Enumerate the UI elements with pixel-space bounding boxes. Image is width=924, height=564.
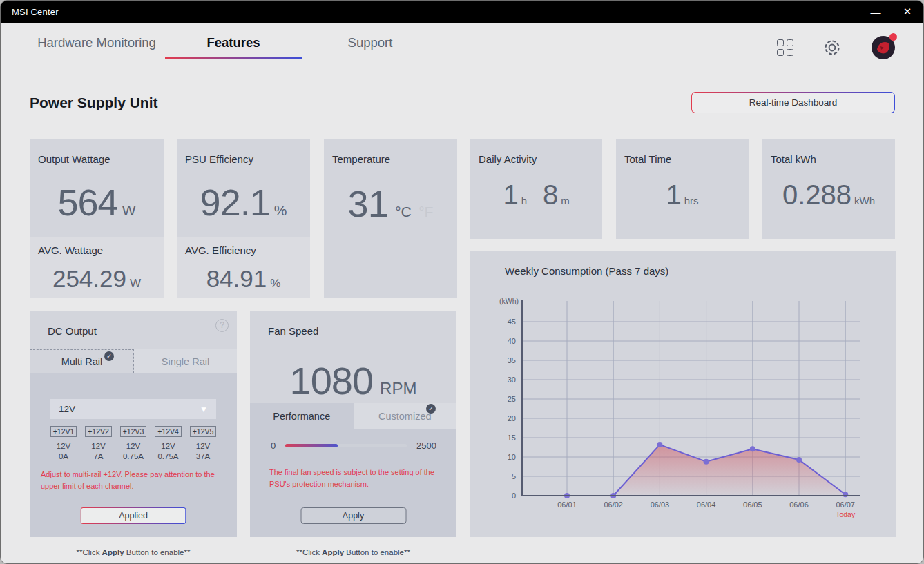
dc-applied-button[interactable]: Applied — [81, 507, 186, 524]
avg-wattage-section: AVG. Wattage 254.29W — [30, 237, 164, 298]
fan-speed-card: Fan Speed 1080RPM Performance Customized… — [250, 311, 456, 537]
tab-performance[interactable]: Performance — [250, 403, 354, 429]
svg-text:10: 10 — [508, 453, 516, 461]
weekly-consumption-chart: 05101520253035404506/0106/0206/0306/0406… — [470, 251, 896, 537]
dc-output-warning: Adjust to multi-rail +12V. Please pay at… — [41, 469, 233, 492]
daily-activity-minutes: 8 — [543, 179, 558, 210]
fan-footnote: **Click Apply Button to enable** — [250, 548, 456, 556]
tab-label: Support — [348, 35, 393, 50]
rail-voltage: 12V — [83, 442, 115, 450]
tab-label: Customized — [378, 411, 432, 422]
chevron-down-icon: ▼ — [200, 405, 208, 414]
rail-current: 0A — [48, 452, 79, 460]
rail-current: 37A — [187, 452, 219, 460]
tab-label: Features — [206, 35, 260, 50]
app-title: MSI Center — [12, 7, 59, 17]
rail-button-12v5[interactable]: +12V5 — [190, 426, 217, 437]
tab-features[interactable]: Features — [165, 31, 302, 59]
tab-single-rail[interactable]: Single Rail — [134, 349, 237, 373]
rail-current: 0.75A — [153, 452, 184, 460]
card-label: Output Wattage — [38, 153, 110, 165]
footnote-text: Button to enable** — [124, 548, 191, 556]
rail-button-12v4[interactable]: +12V4 — [155, 426, 182, 437]
psu-efficiency-card: PSU Efficiency 92.1% AVG. Efficiency 84.… — [177, 139, 310, 298]
fahrenheit-toggle[interactable]: °F — [418, 204, 433, 220]
dc-output-settings: 12V ▼ +12V112V0A +12V212V7A +12V312V0.75… — [30, 373, 237, 537]
svg-text:20: 20 — [508, 414, 516, 422]
svg-text:0: 0 — [512, 492, 516, 500]
tab-support[interactable]: Support — [302, 31, 439, 59]
svg-text:5: 5 — [512, 472, 516, 480]
output-wattage-card: Output Wattage 564W AVG. Wattage 254.29W — [30, 139, 164, 298]
fan-speed-settings: 0 2500 The final fan speed is subject to… — [250, 429, 456, 537]
user-avatar[interactable] — [871, 35, 896, 60]
rail-voltage: 12V — [48, 442, 79, 450]
svg-text:25: 25 — [508, 395, 516, 403]
tab-hardware-monitoring[interactable]: Hardware Monitoring — [28, 31, 165, 59]
celsius-toggle[interactable]: °C — [395, 204, 412, 220]
svg-text:(kWh): (kWh) — [499, 297, 519, 305]
hours-unit: h — [521, 195, 527, 206]
total-time-card: Total Time 1hrs — [616, 139, 749, 239]
card-label: Daily Activity — [479, 153, 537, 165]
tab-label: Single Rail — [162, 356, 209, 367]
svg-text:15: 15 — [508, 434, 516, 442]
rail-voltage-dropdown[interactable]: 12V ▼ — [50, 399, 216, 419]
svg-text:35: 35 — [508, 356, 516, 364]
realtime-dashboard-button[interactable]: Real-time Dashboard — [691, 92, 895, 113]
tab-multi-rail[interactable]: Multi Rail ✓ — [30, 349, 134, 373]
dashboard-grid-icon[interactable] — [777, 39, 793, 56]
rail-voltage: 12V — [187, 442, 219, 450]
avg-wattage-value: 254.29 — [52, 265, 126, 292]
rail-voltage: 12V — [153, 442, 184, 450]
fan-speed-unit: RPM — [380, 379, 416, 398]
minutes-unit: m — [561, 195, 570, 206]
fan-speed-slider[interactable] — [285, 444, 407, 447]
close-button[interactable]: ✕ — [892, 1, 923, 23]
rail-voltage: 12V — [117, 442, 149, 450]
dropdown-value: 12V — [59, 404, 75, 414]
rail-current: 0.75A — [117, 452, 149, 460]
svg-text:30: 30 — [508, 376, 516, 384]
total-kwh-unit: kWh — [854, 195, 875, 206]
dc-footnote: **Click Apply Button to enable** — [30, 548, 237, 556]
daily-activity-card: Daily Activity 1h 8m — [470, 139, 602, 239]
svg-text:06/03: 06/03 — [651, 500, 670, 509]
footnote-text: Button to enable** — [344, 548, 410, 556]
total-kwh-value: 0.288 — [782, 179, 851, 210]
temperature-value: 31 — [348, 183, 388, 224]
gear-icon[interactable] — [822, 38, 842, 57]
avg-efficiency-section: AVG. Efficiency 84.91% — [177, 237, 310, 298]
rail-button-12v1[interactable]: +12V1 — [50, 426, 77, 437]
svg-text:06/05: 06/05 — [743, 500, 762, 509]
help-icon[interactable]: ? — [215, 319, 229, 332]
main-nav: Hardware Monitoring Features Support — [28, 31, 439, 59]
tab-label: Hardware Monitoring — [37, 35, 156, 50]
rail-button-12v3[interactable]: +12V3 — [120, 426, 147, 437]
svg-text:Today: Today — [836, 510, 856, 518]
minimize-button[interactable]: — — [860, 1, 892, 23]
slider-min-label: 0 — [271, 440, 276, 451]
card-label: Total kWh — [771, 153, 816, 165]
output-wattage-value: 564 — [58, 182, 118, 223]
dc-output-card: DC Output ? Multi Rail ✓ Single Rail 12V… — [30, 311, 237, 537]
tab-customized[interactable]: Customized ✓ — [354, 403, 457, 429]
rail-current: 7A — [83, 452, 115, 460]
card-label: AVG. Wattage — [38, 244, 103, 256]
footnote-text: **Click — [296, 548, 322, 556]
footnote-bold: Apply — [322, 548, 344, 556]
minimize-icon: — — [871, 6, 881, 18]
total-time-unit: hrs — [684, 195, 699, 206]
svg-text:06/02: 06/02 — [604, 500, 623, 509]
panel-title: Fan Speed — [268, 325, 318, 337]
fan-speed-value: 1080 — [290, 359, 374, 402]
title-bar: MSI Center — ✕ — [1, 1, 923, 23]
weekly-consumption-card: Weekly Consumption (Pass 7 days) 0510152… — [470, 251, 896, 537]
fan-apply-button[interactable]: Apply — [300, 507, 406, 524]
card-label: Total Time — [624, 153, 671, 165]
total-time-value: 1 — [666, 179, 681, 210]
output-wattage-unit: W — [122, 202, 136, 218]
svg-text:06/04: 06/04 — [697, 500, 716, 509]
rail-button-12v2[interactable]: +12V2 — [85, 426, 112, 437]
close-icon: ✕ — [903, 6, 912, 18]
